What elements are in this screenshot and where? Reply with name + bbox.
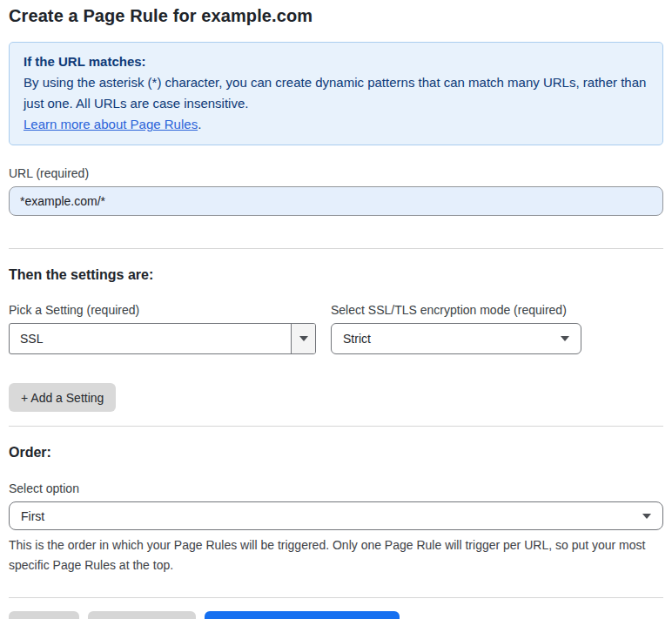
pick-setting-field: Pick a Setting (required) SSL <box>9 303 316 354</box>
url-match-info-box: If the URL matches: By using the asteris… <box>9 42 663 145</box>
ssl-mode-select[interactable]: Strict <box>331 323 581 354</box>
pick-setting-select[interactable]: SSL <box>9 323 316 354</box>
order-section-heading: Order: <box>9 445 663 461</box>
url-field-label: URL (required) <box>9 166 663 180</box>
order-select[interactable]: First <box>9 501 663 530</box>
learn-more-link[interactable]: Learn more about Page Rules <box>24 117 198 131</box>
order-select-value: First <box>21 509 44 523</box>
chevron-down-icon <box>642 514 651 519</box>
ssl-mode-value: Strict <box>343 332 371 346</box>
save-and-deploy-button[interactable]: Save and Deploy Page Rule <box>205 611 400 619</box>
link-suffix: . <box>198 117 201 131</box>
divider <box>9 248 663 249</box>
divider <box>9 597 663 598</box>
footer-buttons: Cancel Save as Draft Save and Deploy Pag… <box>9 611 663 619</box>
ssl-mode-field: Select SSL/TLS encryption mode (required… <box>331 303 581 354</box>
info-box-link-line: Learn more about Page Rules. <box>24 114 648 135</box>
page-rule-form: Create a Page Rule for example.com If th… <box>0 0 672 619</box>
order-select-label: Select option <box>9 481 663 495</box>
cancel-button[interactable]: Cancel <box>9 611 79 619</box>
chevron-down-icon <box>561 336 569 341</box>
page-title: Create a Page Rule for example.com <box>9 6 663 26</box>
order-help-text: This is the order in which your Page Rul… <box>9 535 653 575</box>
ssl-mode-label: Select SSL/TLS encryption mode (required… <box>331 303 581 317</box>
info-box-body: By using the asterisk (*) character, you… <box>24 72 648 114</box>
url-input[interactable] <box>9 186 663 216</box>
divider <box>9 426 663 427</box>
add-setting-button[interactable]: + Add a Setting <box>9 383 116 412</box>
pick-setting-label: Pick a Setting (required) <box>9 303 316 317</box>
settings-row: Pick a Setting (required) SSL Select SSL… <box>9 303 663 354</box>
info-box-heading: If the URL matches: <box>24 51 648 72</box>
pick-setting-arrow-button[interactable] <box>291 324 315 353</box>
save-as-draft-button[interactable]: Save as Draft <box>88 611 196 619</box>
chevron-down-icon <box>299 336 308 341</box>
settings-section-heading: Then the settings are: <box>9 267 663 283</box>
pick-setting-value: SSL <box>10 324 291 353</box>
